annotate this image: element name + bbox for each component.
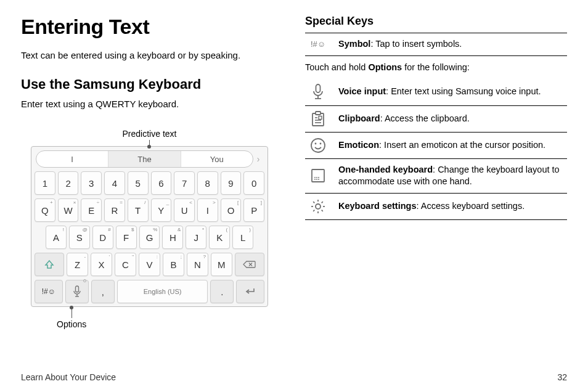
svg-point-21 <box>314 177 316 178</box>
symbol-key[interactable]: !#☺ <box>35 280 63 303</box>
key-superscript: ! <box>63 227 64 232</box>
special-row: Clipboard: Access the clipboard. <box>305 106 567 133</box>
letter-key[interactable]: T/ <box>128 198 149 222</box>
enter-icon <box>244 287 256 296</box>
svg-point-20 <box>318 179 319 180</box>
key-superscript: : <box>157 254 158 259</box>
predictive-bar: I The You › <box>35 150 264 168</box>
number-key[interactable]: 1 <box>35 171 55 195</box>
svg-rect-5 <box>316 84 321 92</box>
special-row-symbol: !#☺ Symbol: Tap to insert symbols. <box>305 33 567 56</box>
key-superscript: + <box>50 200 53 205</box>
zxcv-row: Z-X'C"V:B;N?M <box>35 253 264 276</box>
qwerty-row: Q+W×E÷R=T/Y_U<I>O[P] <box>35 198 264 222</box>
keyboard-illustration: Predictive text I The You › 1234567890 Q… <box>31 129 268 329</box>
number-key[interactable]: 2 <box>58 171 79 195</box>
letter-key[interactable]: H& <box>162 226 183 249</box>
letter-key[interactable]: Q+ <box>35 198 55 222</box>
letter-key[interactable]: A! <box>46 226 67 249</box>
letter-key[interactable]: S@ <box>69 226 90 249</box>
letter-key[interactable]: Y_ <box>151 198 172 222</box>
letter-key[interactable]: D# <box>92 226 113 249</box>
svg-point-15 <box>315 142 317 144</box>
svg-rect-9 <box>316 112 321 115</box>
prediction-item[interactable]: The <box>108 151 181 167</box>
number-key[interactable]: 5 <box>128 171 149 195</box>
number-key[interactable]: 6 <box>151 171 172 195</box>
key-superscript: ' <box>109 254 110 259</box>
row-desc: : Access the clipboard. <box>380 113 470 123</box>
letter-key[interactable]: F$ <box>116 226 137 249</box>
letter-key[interactable]: B; <box>163 253 184 276</box>
keyboard: I The You › 1234567890 Q+W×E÷R=T/Y_U<I>O… <box>31 146 268 307</box>
row-desc: : Access keyboard settings. <box>417 201 525 211</box>
letter-key[interactable]: R= <box>104 198 125 222</box>
key-superscript: ) <box>249 227 251 232</box>
number-key[interactable]: 8 <box>197 171 218 195</box>
row-text: Symbol: Tap to insert symbols. <box>338 38 567 51</box>
letter-key[interactable]: W× <box>58 198 79 222</box>
comma-key[interactable]: , <box>91 280 115 303</box>
special-row: Voice input: Enter text using Samsung vo… <box>305 78 567 106</box>
backspace-key[interactable] <box>235 253 264 276</box>
between-pre: Touch and hold <box>305 62 368 72</box>
row-bold: Voice input <box>338 86 386 96</box>
letter-key[interactable]: O[ <box>221 198 242 222</box>
enter-key[interactable] <box>236 280 264 303</box>
key-superscript: ] <box>261 200 262 205</box>
number-key[interactable]: 7 <box>174 171 195 195</box>
right-column: Special Keys !#☺ Symbol: Tap to insert s… <box>305 15 567 366</box>
use-samsung-subtext: Enter text using a QWERTY keyboard. <box>21 99 283 109</box>
special-row: Keyboard settings: Access keyboard setti… <box>305 194 567 220</box>
mic-icon <box>72 285 82 298</box>
special-row: One-handed keyboard: Change the keyboard… <box>305 159 567 194</box>
letter-key[interactable]: G% <box>139 226 160 249</box>
shift-key[interactable] <box>35 253 64 276</box>
row-text: Keyboard settings: Access keyboard setti… <box>338 200 567 213</box>
period-key[interactable]: . <box>210 280 234 303</box>
mic-key[interactable] <box>65 280 89 303</box>
number-key[interactable]: 3 <box>81 171 102 195</box>
letter-key[interactable]: I> <box>197 198 218 222</box>
letter-key[interactable]: U< <box>174 198 195 222</box>
page-title: Entering Text <box>21 15 283 39</box>
svg-rect-17 <box>312 169 324 182</box>
letter-key[interactable]: C" <box>115 253 136 276</box>
key-superscript: ; <box>181 254 182 259</box>
number-key[interactable]: 4 <box>104 171 125 195</box>
letter-key[interactable]: L) <box>232 226 253 249</box>
row-text: Clipboard: Access the clipboard. <box>338 113 567 125</box>
letter-key[interactable]: M <box>211 253 232 276</box>
one-handed-icon <box>305 168 331 183</box>
letter-key[interactable]: X' <box>91 253 112 276</box>
space-key[interactable]: English (US) <box>117 280 208 303</box>
number-key[interactable]: 9 <box>221 171 242 195</box>
key-superscript: # <box>108 227 110 232</box>
letter-key[interactable]: N? <box>187 253 208 276</box>
letter-key[interactable]: Z- <box>67 253 88 276</box>
letter-key[interactable]: V: <box>139 253 160 276</box>
prediction-item[interactable]: I <box>36 151 108 167</box>
number-row: 1234567890 <box>35 171 264 195</box>
key-superscript: * <box>202 227 204 232</box>
between-post: for the following: <box>402 62 470 72</box>
options-pointer <box>71 308 72 318</box>
prediction-bubble: I The You <box>36 150 253 168</box>
svg-rect-2 <box>75 286 78 292</box>
letter-key[interactable]: E÷ <box>81 198 102 222</box>
prediction-item[interactable]: You <box>181 151 253 167</box>
options-label: Options <box>57 319 268 329</box>
letter-key[interactable]: J* <box>186 226 206 249</box>
clipboard-icon <box>305 111 331 127</box>
predictive-pointer <box>149 140 150 146</box>
emoticon-icon <box>305 137 331 153</box>
key-superscript: @ <box>83 227 88 232</box>
number-key[interactable]: 0 <box>243 171 264 195</box>
letter-key[interactable]: K( <box>209 226 230 249</box>
prediction-expand-icon[interactable]: › <box>253 154 263 164</box>
row-bold: Symbol <box>338 39 370 49</box>
key-superscript: > <box>213 200 216 205</box>
letter-key[interactable]: P] <box>243 198 264 222</box>
row-desc: : Tap to insert symbols. <box>370 39 462 49</box>
page-footer: Learn About Your Device 32 <box>21 366 567 382</box>
